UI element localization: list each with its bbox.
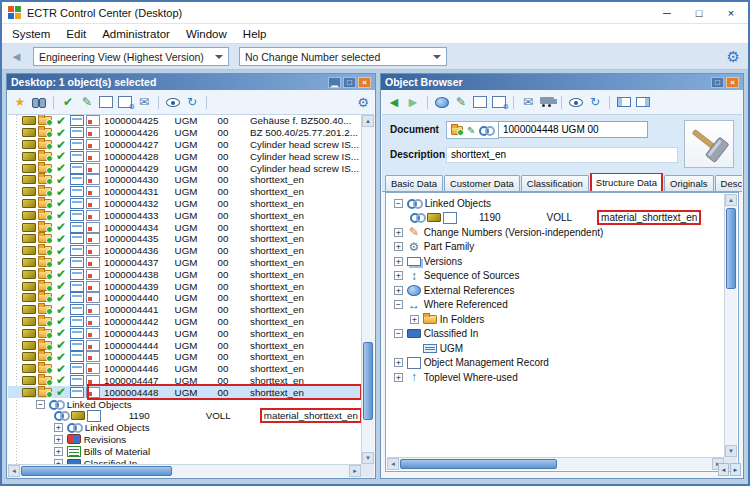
table-row[interactable]: ✔1000004448UGM00shorttext_en [8, 386, 361, 398]
refresh-icon[interactable]: ↻ [588, 95, 602, 110]
expand-icon[interactable]: + [394, 257, 403, 266]
settings-gear-icon[interactable]: ⚙ [727, 48, 740, 66]
horizontal-scrollbar[interactable]: ◄ ► [8, 464, 361, 477]
tree-node-in-folders[interactable]: + In Folders [388, 312, 723, 327]
forward-icon[interactable]: ► [406, 95, 420, 110]
favorites-icon[interactable]: ★ [13, 95, 27, 110]
tree-node-sequence-of-sources[interactable]: +↕ Sequence of Sources [388, 269, 723, 284]
mail-icon[interactable]: ✉ [137, 95, 151, 110]
link-icon[interactable] [479, 125, 494, 136]
document-number-field[interactable]: 1000004448 UGM 00 [498, 121, 648, 138]
expand-icon[interactable]: + [410, 315, 419, 324]
search-icon[interactable] [32, 98, 46, 107]
tree-node-part-family[interactable]: +⚙ Part Family [388, 240, 723, 255]
tree-node-external-references[interactable]: + External References [388, 283, 723, 298]
expand-icon[interactable]: + [394, 242, 403, 251]
back-icon[interactable]: ◄ [387, 95, 401, 110]
menu-item-window[interactable]: Window [178, 24, 235, 44]
tree-object-row[interactable]: 1190VOLLmaterial_shorttext_en [388, 211, 723, 226]
tab-descr[interactable]: Descr... [715, 175, 742, 191]
history-back-icon[interactable]: ◄ [10, 49, 23, 64]
save-document-icon[interactable] [492, 96, 506, 108]
scrollbar-thumb[interactable] [363, 342, 373, 420]
menu-item-help[interactable]: Help [235, 24, 275, 44]
view-icon[interactable] [569, 98, 583, 107]
expand-icon[interactable]: + [394, 358, 403, 367]
description-field[interactable]: shorttext_en [446, 147, 678, 163]
expand-icon[interactable]: + [54, 447, 63, 456]
tab-scroll-right-icon[interactable]: ► [730, 463, 741, 476]
scrollbar-thumb[interactable] [21, 466, 172, 476]
linked-objects-node[interactable]: − Linked Objects [8, 398, 361, 410]
new-document-icon[interactable] [473, 96, 487, 108]
collapse-icon[interactable]: − [36, 400, 45, 409]
scroll-right-icon[interactable]: ► [349, 465, 361, 477]
change-number-dropdown[interactable]: No Change Number selected [239, 47, 447, 66]
panel-close-button[interactable]: × [358, 77, 371, 88]
dock-left-icon[interactable] [617, 97, 631, 107]
linked-object-row[interactable]: 1190VOLLmaterial_shorttext_en [8, 410, 361, 422]
panel-maximize-button[interactable]: □ [343, 77, 356, 88]
tab-structure-data[interactable]: Structure Data [590, 173, 663, 191]
vertical-scrollbar[interactable]: ▲ ▼ [724, 194, 737, 457]
edit-icon[interactable]: ✎ [467, 125, 475, 136]
minimize-button[interactable]: ─ [660, 7, 674, 19]
tree-node-where-referenced[interactable]: −↔ Where Referenced [388, 298, 723, 313]
tree-node-versions[interactable]: + Versions [388, 254, 723, 269]
tab-basic-data[interactable]: Basic Data [385, 175, 443, 191]
expand-icon[interactable]: + [394, 373, 403, 382]
maximize-button[interactable]: □ [692, 7, 706, 19]
tab-customer-data[interactable]: Customer Data [444, 175, 520, 191]
view-icon[interactable] [166, 98, 180, 107]
new-document-icon[interactable] [99, 96, 113, 108]
collapse-icon[interactable]: − [394, 300, 403, 309]
panel-close-button[interactable]: × [726, 77, 739, 88]
close-button[interactable]: × [724, 7, 738, 19]
dock-right-icon[interactable] [636, 97, 650, 107]
expand-icon[interactable]: + [54, 423, 63, 432]
linked-child-classified-in[interactable]: + Classified In [8, 457, 361, 464]
tree-node-classified-in[interactable]: − Classified In [388, 327, 723, 342]
scroll-up-icon[interactable]: ▲ [725, 194, 737, 206]
panel-minimize-button[interactable]: ▁ [328, 77, 341, 88]
collapse-icon[interactable]: − [394, 329, 403, 338]
document-settings-icon[interactable] [118, 96, 132, 108]
tree-node-change-numbers-version-independent[interactable]: +✎ Change Numbers (Version-independent) [388, 225, 723, 240]
tab-originals[interactable]: Originals [664, 175, 714, 191]
scroll-up-icon[interactable]: ▲ [362, 115, 374, 127]
expand-icon[interactable]: + [54, 435, 63, 444]
vertical-scrollbar[interactable]: ▲ ▼ [361, 115, 374, 464]
panel-settings-gear-icon[interactable]: ⚙ [357, 95, 369, 110]
menu-item-system[interactable]: System [4, 24, 58, 44]
panel-maximize-button[interactable]: □ [711, 77, 724, 88]
tree-node-toplevel-where-used[interactable]: +↑ Toplevel Where-used [388, 370, 723, 385]
approve-icon[interactable]: ✔ [61, 95, 75, 110]
linked-child-revisions[interactable]: + Revisions [8, 434, 361, 446]
tree-node-ugm[interactable]: UGM [388, 341, 723, 356]
expand-icon[interactable]: + [394, 271, 403, 280]
transport-icon[interactable] [540, 97, 554, 104]
scroll-down-icon[interactable]: ▼ [362, 452, 374, 464]
tree-node-object-management-record[interactable]: + Object Management Record [388, 356, 723, 371]
refresh-icon[interactable]: ↻ [185, 95, 199, 110]
scroll-left-icon[interactable]: ◄ [387, 458, 399, 470]
horizontal-scrollbar[interactable]: ◄ ► [387, 457, 724, 470]
scrollbar-thumb[interactable] [726, 208, 736, 289]
edit-icon[interactable]: ✎ [80, 95, 94, 110]
globe-icon[interactable] [435, 97, 449, 108]
mail-icon[interactable]: ✉ [521, 95, 535, 110]
scroll-left-icon[interactable]: ◄ [8, 465, 20, 477]
linked-child-bills-of-material[interactable]: + Bills of Material [8, 445, 361, 457]
menu-item-administrator[interactable]: Administrator [94, 24, 178, 44]
collapse-icon[interactable]: − [394, 199, 403, 208]
scroll-down-icon[interactable]: ▼ [725, 445, 737, 457]
edit-icon[interactable]: ✎ [454, 95, 468, 110]
tab-scroll-left-icon[interactable]: ◄ [718, 463, 729, 476]
linked-child-linked-objects[interactable]: + Linked Objects [8, 422, 361, 434]
view-selector-dropdown[interactable]: Engineering View (Highest Version) [33, 47, 229, 66]
folder-icon[interactable] [451, 126, 463, 135]
expand-icon[interactable]: + [394, 228, 403, 237]
tab-classification[interactable]: Classification [521, 175, 589, 191]
scrollbar-thumb[interactable] [400, 459, 557, 469]
expand-icon[interactable]: + [394, 286, 403, 295]
